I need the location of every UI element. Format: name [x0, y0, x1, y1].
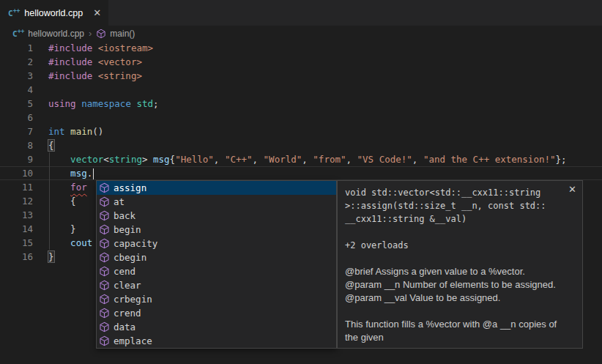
- cpp-file-icon: C++: [12, 29, 24, 38]
- line-content: msg.: [48, 166, 602, 180]
- line-number: 9: [0, 152, 33, 166]
- chevron-right-icon: ›: [89, 28, 92, 39]
- line-number: 12: [0, 194, 33, 208]
- tab-helloworld-cpp[interactable]: C++ helloworld.cpp ✕: [0, 0, 108, 26]
- code-token: {: [70, 196, 76, 207]
- code-token: }: [48, 251, 54, 262]
- docs-body-line: This function fills a %vector with @a __…: [345, 318, 575, 331]
- line-number: 7: [0, 125, 33, 138]
- docs-signature-line: void std::vector<std::__cxx11::string: [345, 186, 575, 199]
- docs-body-line: the given: [345, 331, 575, 344]
- suggest-item-label: assign: [114, 182, 146, 193]
- breadcrumb: C++ helloworld.cpp › main(): [0, 26, 602, 41]
- code-token: "C++": [225, 154, 253, 165]
- vscode-window: C++ helloworld.cpp ✕ C++ helloworld.cpp …: [0, 0, 602, 364]
- suggest-item-label: begin: [114, 224, 141, 235]
- docs-body-line: @brief Assigns a given value to a %vecto…: [345, 265, 575, 278]
- code-line[interactable]: 1#include <iostream>: [0, 41, 602, 55]
- docs-close-icon[interactable]: ✕: [568, 184, 576, 195]
- suggest-item-at[interactable]: at: [97, 195, 336, 209]
- tab-bar: C++ helloworld.cpp ✕: [0, 0, 602, 26]
- suggest-item-cend[interactable]: cend: [97, 264, 336, 278]
- suggest-item-label: at: [114, 196, 125, 207]
- symbol-method-icon: [99, 224, 110, 235]
- code-token: .: [87, 168, 93, 179]
- code-line[interactable]: 10 msg.: [0, 166, 602, 180]
- code-token: "and the C++ extension!": [423, 154, 556, 165]
- line-content: [48, 111, 602, 125]
- code-token: ,: [214, 154, 225, 165]
- symbol-method-icon: [99, 266, 110, 277]
- docs-content: void std::vector<std::__cxx11::string>::…: [345, 186, 575, 344]
- code-token: [48, 154, 70, 165]
- breadcrumb-file[interactable]: helloworld.cpp: [28, 29, 84, 39]
- suggest-item-back[interactable]: back: [97, 209, 336, 223]
- code-line[interactable]: 8{: [0, 138, 602, 152]
- line-content: vector<string> msg{"Hello", "C++", "Worl…: [48, 152, 602, 166]
- code-token: vector: [70, 154, 103, 165]
- code-token: >: [142, 154, 153, 165]
- code-token: ;: [153, 98, 159, 109]
- code-line[interactable]: 6: [0, 111, 602, 125]
- code-token: std: [136, 98, 153, 109]
- suggest-item-label: data: [114, 322, 135, 333]
- code-line[interactable]: 2#include <vector>: [0, 55, 602, 69]
- line-number: 10: [0, 166, 33, 180]
- code-token: "World": [264, 154, 302, 165]
- symbol-method-icon: [96, 29, 106, 39]
- suggest-item-cbegin[interactable]: cbegin: [97, 250, 336, 264]
- text-cursor: [93, 168, 94, 179]
- code-token: };: [556, 154, 567, 165]
- line-content: #include <string>: [48, 69, 602, 83]
- suggest-item-data[interactable]: data: [97, 320, 336, 334]
- code-token: ,: [302, 154, 313, 165]
- code-token: msg: [153, 154, 170, 165]
- suggest-item-begin[interactable]: begin: [97, 223, 336, 237]
- code-line[interactable]: 5using namespace std;: [0, 97, 602, 111]
- tab-label: helloworld.cpp: [24, 8, 83, 18]
- code-line[interactable]: 4: [0, 83, 602, 97]
- docs-signature-line: __cxx11::string &__val): [345, 212, 575, 226]
- code-token: [48, 196, 70, 207]
- line-number: 3: [0, 69, 33, 83]
- suggest-item-label: crend: [114, 308, 141, 319]
- code-token: #include: [48, 70, 98, 81]
- code-token: int: [48, 126, 65, 137]
- suggest-item-label: emplace: [114, 335, 152, 346]
- code-token: namespace: [81, 98, 131, 109]
- line-content: int main(): [48, 125, 602, 138]
- line-content: using namespace std;: [48, 97, 602, 111]
- code-token: "from": [313, 154, 346, 165]
- code-token: [48, 168, 70, 179]
- breadcrumb-symbol[interactable]: main(): [110, 29, 135, 39]
- code-line[interactable]: 3#include <string>: [0, 69, 602, 83]
- code-token: {: [170, 154, 176, 165]
- code-token: string: [109, 154, 142, 165]
- suggest-item-capacity[interactable]: capacity: [97, 237, 336, 250]
- code-token: #include: [48, 56, 98, 67]
- suggest-item-emplace[interactable]: emplace: [97, 334, 336, 348]
- suggest-item-clear[interactable]: clear: [97, 278, 336, 292]
- suggest-item-assign[interactable]: assign: [97, 181, 336, 195]
- symbol-method-icon: [99, 182, 110, 193]
- docs-signature-line: >::assign(std::size_t __n, const std::: [345, 199, 575, 212]
- line-number: 6: [0, 111, 33, 125]
- code-line[interactable]: 9 vector<string> msg{"Hello", "C++", "Wo…: [0, 152, 602, 166]
- docs-body-line: @param __val Value to be assigned.: [345, 291, 575, 305]
- code-token: [48, 182, 70, 193]
- code-token: for: [70, 182, 87, 193]
- docs-blank-line: [345, 252, 575, 265]
- code-token: [48, 237, 70, 248]
- suggest-item-crend[interactable]: crend: [97, 306, 336, 320]
- docs-body-line: @param __n Number of elements to be assi…: [345, 278, 575, 291]
- autocomplete-suggest-widget: assignatbackbegincapacitycbegincendclear…: [96, 180, 337, 349]
- tab-close-icon[interactable]: ✕: [93, 8, 101, 18]
- suggest-item-crbegin[interactable]: crbegin: [97, 292, 336, 306]
- docs-body-line: [345, 305, 575, 318]
- code-token: [65, 126, 71, 137]
- suggest-item-label: clear: [114, 280, 141, 291]
- code-token: {: [48, 140, 54, 151]
- line-number: 13: [0, 208, 33, 222]
- code-token: main: [70, 126, 92, 137]
- code-line[interactable]: 7int main(): [0, 125, 602, 138]
